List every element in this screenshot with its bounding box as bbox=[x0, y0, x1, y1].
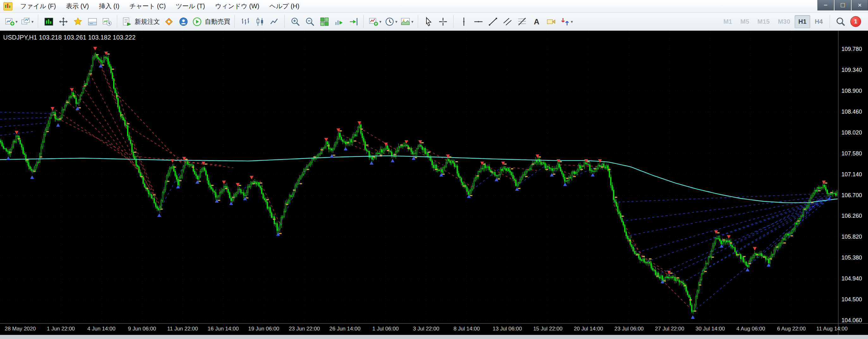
trade-tick-marker bbox=[722, 239, 725, 241]
timeframe-m1-button[interactable]: M1 bbox=[719, 15, 736, 28]
text-button[interactable]: A bbox=[530, 14, 544, 29]
equidistant-channel-button[interactable] bbox=[501, 14, 515, 29]
trade-tick-marker bbox=[79, 107, 81, 109]
trade-tick-marker bbox=[642, 256, 645, 257]
menu-item-6[interactable]: ヘルプ (H) bbox=[265, 0, 305, 12]
crosshair-button[interactable] bbox=[436, 14, 450, 29]
new-order-button[interactable]: 新規注文 bbox=[121, 14, 161, 29]
data-window-button[interactable] bbox=[56, 14, 70, 29]
x-axis-label: 26 Jun 14:00 bbox=[329, 326, 360, 332]
y-axis-label: 108.900 bbox=[841, 88, 862, 94]
trade-tick-marker bbox=[218, 200, 220, 201]
sell-arrow-marker bbox=[222, 181, 226, 184]
menu-item-1[interactable]: 表示 (V) bbox=[61, 0, 94, 12]
y-axis-label: 109.340 bbox=[841, 67, 862, 73]
templates-button[interactable]: ▾ bbox=[399, 14, 415, 29]
buy-trade-line bbox=[278, 166, 308, 229]
menu-item-4[interactable]: ツール (T) bbox=[171, 0, 210, 12]
text-label-icon bbox=[546, 17, 556, 27]
price-axis[interactable]: 109.780109.340108.900108.460108.020107.5… bbox=[838, 31, 862, 335]
trade-tick-marker bbox=[594, 168, 596, 170]
candlestick-chart-button[interactable] bbox=[253, 14, 267, 29]
menu-item-0[interactable]: ファイル (F) bbox=[15, 0, 61, 12]
sell-arrow-marker bbox=[171, 159, 175, 163]
y-axis-label: 104.060 bbox=[841, 317, 862, 323]
text-label-button[interactable] bbox=[544, 14, 558, 29]
periods-button[interactable]: ▾ bbox=[383, 14, 399, 29]
close-button[interactable]: × bbox=[851, 0, 868, 10]
timeframe-h4-button[interactable]: H4 bbox=[811, 15, 827, 28]
trade-tick-marker bbox=[260, 182, 262, 184]
timeframe-m30-button[interactable]: M30 bbox=[774, 15, 794, 28]
sell-arrow-marker bbox=[250, 176, 253, 179]
chart-canvas[interactable]: 109.780109.340108.900108.460108.020107.5… bbox=[0, 31, 868, 339]
terminal-button[interactable] bbox=[85, 14, 99, 29]
timeframe-m15-button[interactable]: M15 bbox=[753, 15, 774, 28]
metaeditor-button[interactable] bbox=[162, 14, 176, 29]
time-axis[interactable]: 28 May 20201 Jun 22:004 Jun 14:009 Jun 0… bbox=[0, 323, 868, 332]
trade-tick-marker bbox=[211, 185, 214, 186]
vertical-line-button[interactable] bbox=[457, 14, 471, 29]
indicators-button[interactable]: ▾ bbox=[367, 14, 383, 29]
trade-tick-marker bbox=[174, 167, 176, 168]
chart-window[interactable]: 109.780109.340108.900108.460108.020107.5… bbox=[0, 31, 868, 339]
trendline-button[interactable] bbox=[486, 14, 500, 29]
timeframe-m5-button[interactable]: M5 bbox=[737, 15, 753, 28]
trade-tick-marker bbox=[498, 178, 500, 180]
buy-trade-line bbox=[0, 123, 46, 127]
zoom-out-button[interactable] bbox=[303, 14, 317, 29]
profiles-button[interactable]: ▾ bbox=[20, 14, 35, 29]
trade-tick-marker bbox=[96, 54, 99, 55]
timeframe-h1-button[interactable]: H1 bbox=[795, 15, 810, 28]
search-button[interactable] bbox=[834, 14, 847, 29]
auto-scroll-icon bbox=[334, 17, 344, 27]
trade-tick-marker bbox=[246, 198, 248, 199]
trade-tick-marker bbox=[756, 254, 758, 255]
maximize-button[interactable]: □ bbox=[835, 0, 851, 10]
cursor-button[interactable] bbox=[422, 14, 436, 29]
market-watch-button[interactable] bbox=[42, 14, 56, 29]
minimize-button[interactable]: − bbox=[817, 0, 834, 10]
sell-arrow-marker bbox=[727, 235, 731, 239]
line-chart-button[interactable] bbox=[268, 14, 281, 29]
strategy-tester-button[interactable] bbox=[100, 14, 114, 29]
horizontal-line-button[interactable] bbox=[472, 14, 486, 29]
x-axis-label: 16 Jun 14:00 bbox=[208, 326, 239, 332]
auto-scroll-button[interactable] bbox=[332, 14, 346, 29]
arrows-button[interactable]: ▾ bbox=[559, 14, 575, 29]
autotrading-button[interactable]: 自動売買 bbox=[191, 14, 231, 29]
menu-item-5[interactable]: ウィンドウ (W) bbox=[210, 0, 264, 12]
trade-tick-marker bbox=[483, 164, 486, 165]
fibonacci-button[interactable] bbox=[515, 14, 529, 29]
navigator-button[interactable] bbox=[71, 14, 85, 29]
buy-trade-line bbox=[0, 112, 53, 114]
trade-tick-marker bbox=[811, 202, 814, 203]
tile-windows-button[interactable] bbox=[317, 14, 331, 29]
trade-tick-marker bbox=[689, 300, 692, 301]
menu-item-3[interactable]: チャート (C) bbox=[125, 0, 171, 12]
menu-item-2[interactable]: 挿入 (I) bbox=[94, 0, 124, 12]
chart-shift-button[interactable] bbox=[346, 14, 360, 29]
mql-community-button[interactable] bbox=[176, 14, 190, 29]
x-axis-label: 9 Jun 06:00 bbox=[128, 326, 156, 332]
trade-tick-marker bbox=[694, 311, 696, 312]
mql-community-icon bbox=[179, 17, 188, 27]
trade-tick-marker bbox=[670, 273, 673, 274]
buy-trade-line bbox=[785, 200, 819, 238]
zoom-in-button[interactable] bbox=[288, 14, 302, 29]
sell-trade-line bbox=[74, 91, 146, 181]
trade-tick-marker bbox=[153, 194, 156, 196]
trendline-icon bbox=[488, 17, 498, 27]
trade-tick-marker bbox=[504, 164, 507, 165]
trade-tick-marker bbox=[89, 74, 92, 75]
navigator-icon bbox=[73, 17, 83, 27]
sell-trade-line bbox=[437, 166, 473, 188]
x-axis-label: 4 Jun 14:00 bbox=[87, 326, 115, 332]
trade-tick-marker bbox=[372, 157, 375, 158]
new-chart-button[interactable]: ▾ bbox=[3, 14, 19, 29]
trade-tick-marker bbox=[307, 169, 309, 170]
notification-badge[interactable]: 1 bbox=[850, 16, 861, 27]
buy-trade-line bbox=[713, 199, 823, 238]
buy-trade-line bbox=[638, 197, 831, 252]
bar-chart-button[interactable] bbox=[238, 14, 252, 29]
